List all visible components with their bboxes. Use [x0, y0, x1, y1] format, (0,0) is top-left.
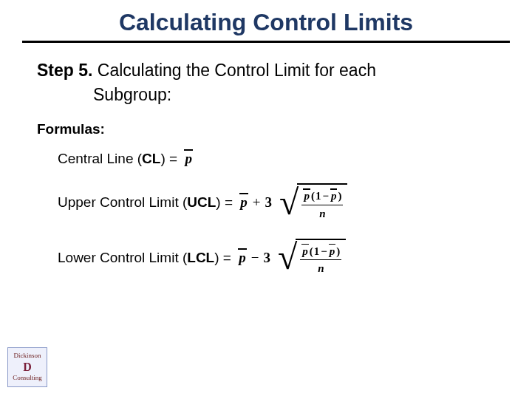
radicand: p(1−p) n — [297, 183, 347, 222]
radical-icon: √ — [278, 245, 297, 270]
formula-lcl-math: p − 3 √ p(1−p) n — [238, 239, 346, 278]
plus-op: + — [253, 194, 261, 211]
pbar-symbol: p — [238, 250, 247, 266]
formula-cl-math: p — [184, 151, 193, 167]
formula-cl-label: Central Line (CL) = — [58, 151, 181, 167]
pbar-symbol: p — [184, 151, 193, 167]
fraction: p(1−p) n — [301, 189, 343, 221]
formula-ucl-math: p + 3 √ p(1−p) n — [239, 183, 347, 222]
step-line: Step 5. Calculating the Control Limit fo… — [37, 59, 510, 82]
formula-cl: Central Line (CL) = p — [58, 151, 510, 167]
formula-lcl-label: Lower Control Limit (LCL) = — [58, 250, 235, 266]
logo-bottom: Consulting — [13, 375, 42, 382]
slide-title: Calculating Control Limits — [22, 9, 510, 43]
slide: Calculating Control Limits Step 5. Calcu… — [0, 0, 532, 399]
sqrt: √ p(1−p) n — [279, 183, 347, 222]
logo-top: Dickinson — [14, 352, 41, 360]
formula-ucl-label: Upper Control Limit (UCL) = — [58, 194, 236, 211]
multiplier: 3 — [265, 194, 273, 211]
minus-op: − — [251, 250, 259, 266]
denominator: n — [318, 260, 324, 276]
pbar-symbol: p — [239, 194, 248, 211]
multiplier: 3 — [263, 250, 270, 266]
step-text-1: Calculating the Control Limit for each — [92, 61, 376, 80]
denominator: n — [319, 205, 325, 221]
step-text-2: Subgroup: — [93, 85, 510, 105]
formula-ucl: Upper Control Limit (UCL) = p + 3 √ p(1−… — [58, 183, 510, 222]
numerator: p(1−p) — [301, 189, 343, 205]
sqrt: √ p(1−p) n — [278, 239, 346, 278]
formulas-heading: Formulas: — [37, 121, 510, 137]
formula-lcl: Lower Control Limit (LCL) = p − 3 √ p(1−… — [58, 239, 510, 278]
logo-mid: D — [23, 361, 32, 374]
radicand: p(1−p) n — [296, 239, 346, 278]
logo: Dickinson D Consulting — [7, 347, 47, 387]
numerator: p(1−p) — [300, 245, 341, 261]
step-label: Step 5. — [37, 61, 92, 80]
radical-icon: √ — [279, 190, 299, 215]
fraction: p(1−p) n — [300, 245, 341, 276]
